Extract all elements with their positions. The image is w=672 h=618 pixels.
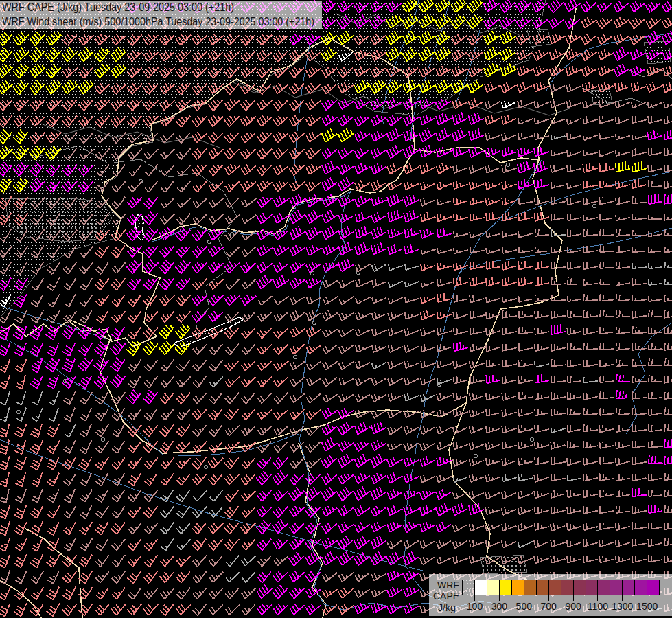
svg-text:1100: 1100 (588, 601, 608, 612)
svg-text:1300: 1300 (612, 601, 633, 612)
svg-text:100: 100 (467, 601, 483, 612)
svg-text:300: 300 (491, 601, 508, 612)
svg-text:WRF Wind shear (m/s) 500/1000h: WRF Wind shear (m/s) 500/1000hPa Tuesday… (2, 16, 314, 27)
svg-text:1500: 1500 (636, 601, 658, 612)
svg-text:J/kg: J/kg (438, 602, 456, 613)
svg-text:CAPE: CAPE (433, 591, 459, 602)
svg-text:500: 500 (516, 601, 533, 612)
svg-text:900: 900 (565, 601, 581, 612)
svg-text:WRF: WRF (437, 580, 459, 591)
svg-text:WRF CAPE (J/kg) Tuesday 23-09-: WRF CAPE (J/kg) Tuesday 23-09-2025 03:00… (2, 1, 234, 13)
svg-text:700: 700 (541, 601, 557, 612)
